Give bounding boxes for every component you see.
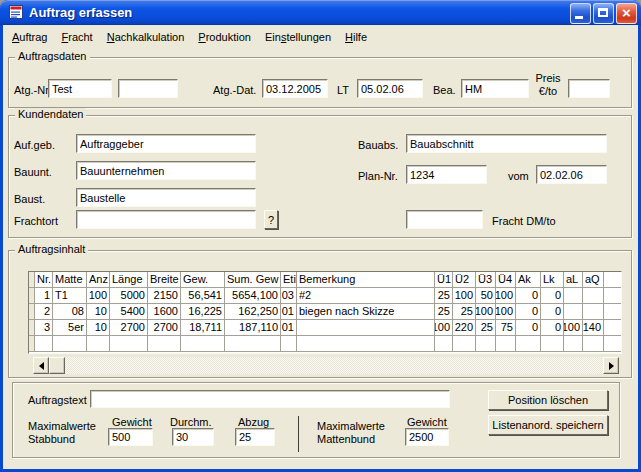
table-cell[interactable]: [583, 288, 604, 304]
table-cell[interactable]: 2700: [148, 320, 181, 336]
menu-einstellungen[interactable]: Einstellungen: [258, 29, 338, 45]
table-cell[interactable]: 2700: [110, 320, 148, 336]
table-cell[interactable]: 5er: [53, 320, 87, 336]
lt-input[interactable]: [357, 79, 423, 98]
column-header[interactable]: Ak: [516, 272, 541, 288]
table-cell[interactable]: 18,711: [181, 320, 225, 336]
auftragstext-input[interactable]: [90, 390, 450, 408]
table-cell[interactable]: [110, 336, 148, 352]
column-header[interactable]: Matte: [53, 272, 87, 288]
fracht-input[interactable]: [406, 210, 483, 229]
menu-fracht[interactable]: Fracht: [54, 29, 99, 45]
table-cell[interactable]: 0: [516, 320, 541, 336]
table-cell[interactable]: 0: [541, 304, 564, 320]
menu-hilfe[interactable]: Hilfe: [338, 29, 374, 45]
column-header[interactable]: Lk: [541, 272, 564, 288]
atg-dat-input[interactable]: [262, 79, 328, 98]
table-cell[interactable]: [435, 336, 453, 352]
column-header[interactable]: Gew.: [181, 272, 225, 288]
table-cell[interactable]: 0: [516, 304, 541, 320]
column-header[interactable]: Nr.: [35, 272, 53, 288]
table-cell[interactable]: biegen nach Skizze: [297, 304, 435, 320]
table-cell[interactable]: 01: [281, 320, 297, 336]
table-cell[interactable]: 0: [541, 320, 564, 336]
column-header[interactable]: Ü1: [435, 272, 453, 288]
table-cell[interactable]: 08: [53, 304, 87, 320]
column-header[interactable]: Ü2: [453, 272, 476, 288]
table-cell[interactable]: 140: [583, 320, 604, 336]
table-cell[interactable]: 1: [35, 288, 53, 304]
table-cell[interactable]: T1: [53, 288, 87, 304]
abzug-input[interactable]: [235, 428, 275, 446]
table-cell[interactable]: 10: [87, 304, 110, 320]
table-cell[interactable]: 56,541: [181, 288, 225, 304]
bauunt-input[interactable]: [76, 161, 256, 180]
table-cell[interactable]: 10: [87, 320, 110, 336]
table-cell[interactable]: [564, 304, 583, 320]
table-cell[interactable]: 1600: [148, 304, 181, 320]
column-header[interactable]: aL: [564, 272, 583, 288]
table-cell[interactable]: [281, 336, 297, 352]
table-cell[interactable]: [541, 336, 564, 352]
table-cell[interactable]: 2150: [148, 288, 181, 304]
horizontal-scrollbar[interactable]: [33, 357, 619, 374]
table-cell[interactable]: 16,225: [181, 304, 225, 320]
table-cell[interactable]: 25: [435, 288, 453, 304]
vom-input[interactable]: [536, 165, 607, 184]
column-header[interactable]: Etik: [281, 272, 297, 288]
mattenbund-gewicht-input[interactable]: [405, 428, 449, 446]
table-cell[interactable]: 100: [435, 320, 453, 336]
bauabs-input[interactable]: [406, 134, 607, 153]
column-header[interactable]: Ü4: [496, 272, 516, 288]
table-cell[interactable]: [583, 336, 604, 352]
table-cell[interactable]: 01: [281, 304, 297, 320]
durchm-input[interactable]: [172, 428, 214, 446]
menu-nachkalkulation[interactable]: Nachkalkulation: [100, 29, 192, 45]
table-cell[interactable]: [35, 336, 53, 352]
baust-input[interactable]: [76, 188, 256, 207]
table-cell[interactable]: 162,250: [225, 304, 281, 320]
column-header[interactable]: Sum. Gew: [225, 272, 281, 288]
plan-nr-input[interactable]: [406, 165, 487, 184]
table-cell[interactable]: 100: [453, 288, 476, 304]
scroll-right-button[interactable]: [603, 357, 619, 374]
table-cell[interactable]: [453, 336, 476, 352]
table-cell[interactable]: [583, 304, 604, 320]
position-loeschen-button[interactable]: Position löschen: [488, 390, 608, 410]
listenanord-speichern-button[interactable]: Listenanord. speichern: [488, 415, 608, 435]
table-cell[interactable]: [87, 336, 110, 352]
table-cell[interactable]: [476, 336, 496, 352]
table-cell[interactable]: [496, 336, 516, 352]
maximize-button[interactable]: [593, 3, 614, 24]
stabbund-gewicht-input[interactable]: [108, 428, 153, 446]
atg-nr2-input[interactable]: [118, 79, 178, 98]
table-cell[interactable]: 5000: [110, 288, 148, 304]
table-cell[interactable]: [297, 336, 435, 352]
minimize-button[interactable]: [570, 3, 591, 24]
table-cell[interactable]: 03: [281, 288, 297, 304]
column-header[interactable]: Breite: [148, 272, 181, 288]
table-cell[interactable]: [297, 320, 435, 336]
table-cell[interactable]: 25: [435, 304, 453, 320]
column-header[interactable]: Anz: [87, 272, 110, 288]
column-header[interactable]: Ü3: [476, 272, 496, 288]
atg-nr-input[interactable]: [48, 79, 112, 98]
table-cell[interactable]: 5400: [110, 304, 148, 320]
preis-input[interactable]: [568, 79, 610, 98]
table-cell[interactable]: [181, 336, 225, 352]
table-cell[interactable]: 0: [516, 288, 541, 304]
frachtort-help-button[interactable]: ?: [264, 210, 278, 229]
table-cell[interactable]: 75: [496, 320, 516, 336]
table-cell[interactable]: 25: [453, 304, 476, 320]
table-cell[interactable]: [564, 336, 583, 352]
bea-input[interactable]: [461, 79, 529, 98]
table-cell[interactable]: 0: [541, 288, 564, 304]
table-cell[interactable]: [225, 336, 281, 352]
close-button[interactable]: ×: [616, 3, 637, 24]
scroll-left-button[interactable]: [33, 357, 49, 374]
column-header[interactable]: Länge: [110, 272, 148, 288]
table-cell[interactable]: #2: [297, 288, 435, 304]
table-cell[interactable]: [53, 336, 87, 352]
column-header[interactable]: aQ: [583, 272, 604, 288]
frachtort-input[interactable]: [76, 210, 256, 229]
